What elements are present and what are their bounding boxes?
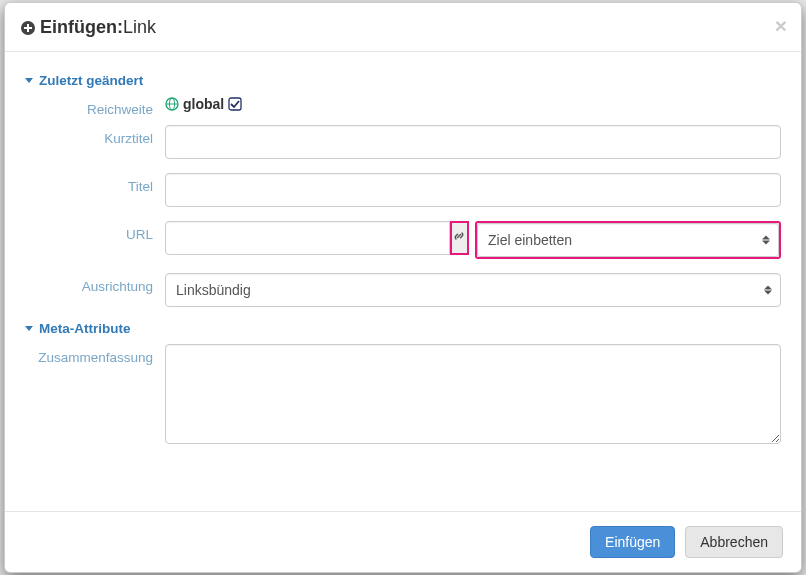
close-button[interactable]: × — [775, 15, 787, 36]
label-shorttitle: Kurztitel — [25, 125, 165, 146]
modal-title-suffix: Link — [123, 17, 156, 37]
insert-button[interactable]: Einfügen — [590, 526, 675, 558]
modal-footer: Einfügen Abbrechen — [5, 511, 801, 572]
section-label-last-changed: Zuletzt geändert — [39, 73, 143, 88]
label-title: Titel — [25, 173, 165, 194]
align-select[interactable]: Linksbündig — [165, 273, 781, 307]
modal-title: Einfügen:Link — [20, 17, 156, 38]
label-align: Ausrichtung — [25, 273, 165, 294]
summary-textarea[interactable] — [165, 344, 781, 444]
label-scope: Reichweite — [25, 96, 165, 117]
label-summary: Zusammenfassung — [25, 344, 165, 365]
svg-rect-6 — [229, 98, 241, 110]
cancel-button[interactable]: Abbrechen — [685, 526, 783, 558]
row-summary: Zusammenfassung — [25, 344, 781, 447]
url-input[interactable] — [165, 221, 450, 255]
checkbox-checked-icon[interactable] — [228, 97, 242, 111]
link-icon — [452, 229, 466, 246]
globe-icon — [165, 97, 179, 111]
section-toggle-last-changed[interactable]: Zuletzt geändert — [25, 73, 781, 88]
row-align: Ausrichtung Linksbündig — [25, 273, 781, 307]
modal-header: Einfügen:Link × — [5, 3, 801, 52]
shorttitle-input[interactable] — [165, 125, 781, 159]
row-scope: Reichweite global — [25, 96, 781, 117]
plus-circle-icon — [20, 20, 36, 36]
section-label-meta: Meta-Attribute — [39, 321, 131, 336]
label-url: URL — [25, 221, 165, 242]
scope-value: global — [183, 96, 224, 112]
modal-title-prefix: Einfügen: — [40, 17, 123, 37]
target-select[interactable]: Ziel einbetten — [477, 223, 779, 257]
modal-body: Zuletzt geändert Reichweite global Kurzt… — [5, 52, 801, 512]
row-shorttitle: Kurztitel — [25, 125, 781, 159]
row-url: URL Ziel einbetten — [25, 221, 781, 259]
caret-down-icon — [25, 326, 33, 331]
title-input[interactable] — [165, 173, 781, 207]
section-toggle-meta[interactable]: Meta-Attribute — [25, 321, 781, 336]
field-scope: global — [165, 96, 781, 112]
row-title: Titel — [25, 173, 781, 207]
link-picker-button[interactable] — [450, 221, 469, 255]
modal-dialog: Einfügen:Link × Zuletzt geändert Reichwe… — [4, 2, 802, 573]
caret-down-icon — [25, 78, 33, 83]
svg-rect-2 — [24, 27, 32, 29]
